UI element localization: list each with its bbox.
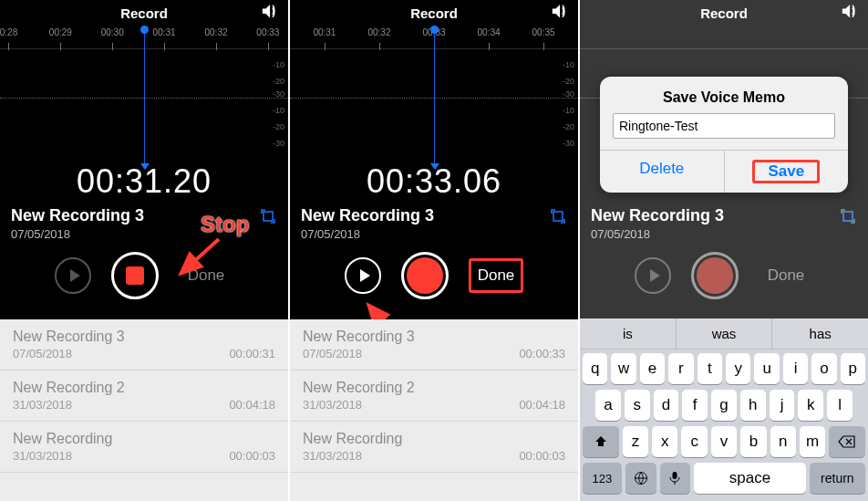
keyboard[interactable]: is was has q w e r t y u i o p a s d f: [580, 318, 868, 501]
suggestion-bar[interactable]: is was has: [580, 318, 868, 350]
key-o[interactable]: o: [811, 353, 836, 384]
key-b[interactable]: b: [740, 426, 766, 457]
key-n[interactable]: n: [770, 426, 796, 457]
key-a[interactable]: a: [595, 390, 621, 421]
header: Record: [0, 0, 288, 26]
recording-date: 07/05/2018: [0, 227, 288, 248]
svg-rect-1: [553, 212, 563, 221]
key-p[interactable]: p: [841, 353, 865, 384]
play-button[interactable]: [55, 257, 91, 294]
svg-rect-0: [264, 212, 273, 221]
recording-date: 07/05/2018: [290, 227, 578, 248]
done-button[interactable]: Done: [469, 258, 523, 293]
header: Record: [290, 0, 578, 26]
list-item[interactable]: New Recording 2 31/03/201800:04:18: [290, 371, 578, 422]
waveform[interactable]: -10 -20 -30 -10 -20 -30: [290, 49, 578, 159]
key-c[interactable]: c: [681, 426, 707, 457]
key-u[interactable]: u: [754, 353, 779, 384]
svg-rect-4: [673, 472, 677, 479]
header-title: Record: [0, 5, 288, 21]
key-shift[interactable]: [583, 426, 619, 457]
recordings-list[interactable]: New Recording 3 07/05/201800:00:31 New R…: [0, 319, 288, 501]
record-button[interactable]: [401, 252, 449, 299]
header-title: Record: [290, 5, 578, 21]
stop-button[interactable]: [111, 252, 159, 299]
key-k[interactable]: k: [798, 390, 823, 421]
key-return[interactable]: return: [810, 463, 865, 494]
speaker-icon[interactable]: [551, 4, 571, 20]
key-l[interactable]: l: [827, 390, 852, 421]
key-t[interactable]: t: [698, 353, 722, 384]
key-f[interactable]: f: [682, 390, 708, 421]
save-dialog: Save Voice Memo Delete Save: [600, 77, 848, 193]
recording-name: New Recording 3: [301, 206, 434, 225]
key-y[interactable]: y: [726, 353, 750, 384]
list-item[interactable]: New Recording 3 07/05/201800:00:33: [290, 319, 578, 371]
waveform[interactable]: -10 -20 -30 -10 -20 -30: [0, 49, 288, 159]
play-button[interactable]: [345, 257, 381, 294]
controls: Done: [290, 248, 578, 303]
memo-name-input[interactable]: [613, 113, 835, 139]
key-i[interactable]: i: [783, 353, 808, 384]
key-m[interactable]: m: [800, 426, 825, 457]
screenshot-1: Record 0:28 00:29 00:30 00:31 00:32 00:3…: [0, 0, 290, 501]
key-g[interactable]: g: [711, 390, 737, 421]
list-item[interactable]: New Recording 2 31/03/201800:04:18: [0, 371, 288, 422]
trim-icon[interactable]: [259, 207, 277, 225]
playhead[interactable]: [434, 26, 435, 168]
key-globe[interactable]: [625, 463, 656, 494]
screenshot-3: Record 00:33.06 New Recording 3 07/05/20…: [580, 0, 868, 501]
key-d[interactable]: d: [654, 390, 679, 421]
key-e[interactable]: e: [640, 353, 665, 384]
key-mic[interactable]: [660, 463, 691, 494]
key-space[interactable]: space: [694, 463, 806, 494]
key-s[interactable]: s: [625, 390, 650, 421]
key-123[interactable]: 123: [583, 463, 622, 494]
playhead[interactable]: [144, 26, 145, 168]
key-backspace[interactable]: [829, 426, 865, 457]
save-button[interactable]: Save: [724, 151, 849, 193]
key-z[interactable]: z: [623, 426, 648, 457]
recording-name: New Recording 3: [11, 206, 144, 225]
suggestion[interactable]: is: [580, 318, 676, 349]
key-q[interactable]: q: [583, 353, 607, 384]
list-item[interactable]: New Recording 3 07/05/201800:00:31: [0, 319, 288, 371]
recordings-list[interactable]: New Recording 3 07/05/201800:00:33 New R…: [290, 319, 578, 501]
screenshot-2: Record 00:31 00:32 00:33 00:34 00:35 -10…: [290, 0, 580, 501]
trim-icon[interactable]: [549, 207, 567, 225]
key-h[interactable]: h: [740, 390, 766, 421]
dialog-title: Save Voice Memo: [600, 77, 848, 113]
delete-button[interactable]: Delete: [600, 151, 724, 193]
list-item[interactable]: New Recording 31/03/201800:00:03: [290, 422, 578, 473]
key-r[interactable]: r: [668, 353, 693, 384]
key-w[interactable]: w: [611, 353, 636, 384]
list-item[interactable]: New Recording 31/03/201800:00:03: [0, 422, 288, 473]
speaker-icon[interactable]: [261, 4, 281, 20]
suggestion[interactable]: was: [676, 318, 772, 349]
key-v[interactable]: v: [711, 426, 737, 457]
done-button[interactable]: Done: [179, 266, 233, 285]
controls: Done: [0, 248, 288, 303]
key-j[interactable]: j: [770, 390, 795, 421]
suggestion[interactable]: has: [771, 318, 868, 349]
key-x[interactable]: x: [652, 426, 677, 457]
